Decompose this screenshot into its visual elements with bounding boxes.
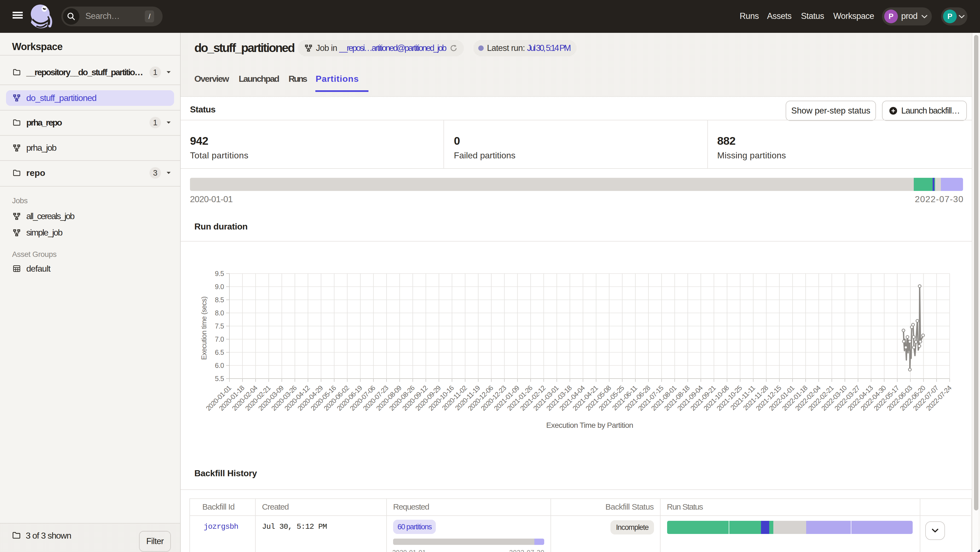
svg-text:9.5: 9.5 <box>215 270 224 278</box>
svg-text:7.0: 7.0 <box>215 335 224 343</box>
svg-text:Execution Time by Partition: Execution Time by Partition <box>546 421 633 430</box>
svg-text:8.5: 8.5 <box>215 296 224 304</box>
svg-text:5.5: 5.5 <box>215 375 224 382</box>
svg-text:6.0: 6.0 <box>215 362 224 369</box>
svg-text:8.0: 8.0 <box>215 309 224 317</box>
svg-text:7.5: 7.5 <box>215 322 224 330</box>
svg-text:9.0: 9.0 <box>215 283 224 290</box>
svg-text:Execution time (secs): Execution time (secs) <box>200 297 208 360</box>
svg-text:6.5: 6.5 <box>215 349 224 356</box>
